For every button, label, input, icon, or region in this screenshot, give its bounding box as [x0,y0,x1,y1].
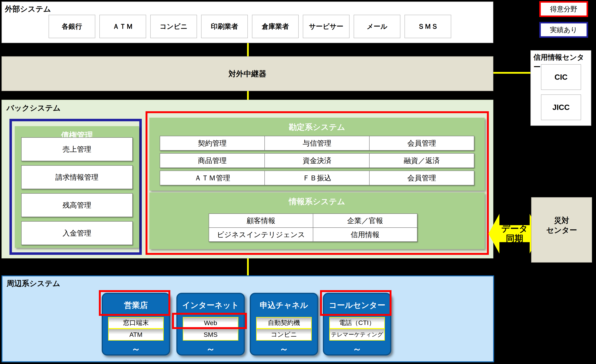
channel-card-row: ATM [108,328,164,341]
channel-card-more: ～ [251,343,317,355]
external-system-box: 倉庫業者 [252,15,299,38]
accounting-cell: 与信管理 [264,136,370,151]
accounting-grid-row: 商品管理 資金決済 融資／返済 [160,153,474,168]
relay-bar: 対外中継器 [1,56,493,91]
channel-card-more: ～ [178,343,244,355]
information-cell: 信用情報 [313,227,417,242]
accounting-cell: 契約管理 [160,136,265,151]
data-sync-label-line1: データ [501,224,528,234]
external-systems-panel: 外部システム 各銀行 ＡＴＭ コンビニ 印刷業者 倉庫業者 サービサー メール … [1,1,493,43]
accounting-panel: 勘定系システム 契約管理 与信管理 会員管理 商品管理 資金決済 融資／返済 Ａ… [149,118,485,191]
external-system-box: サービサー [303,15,350,38]
peripheral-title: 周辺系システム [7,278,60,289]
external-system-box: 印刷業者 [201,15,248,38]
channel-card-row: 電話（CTI） [329,317,385,329]
receivables-panel: 債権管理 売上管理 請求情報管理 残高管理 入金管理 [15,126,139,248]
accounting-cell: 会員管理 [369,136,474,151]
disaster-center-box: 災対 センター [531,197,592,262]
accounting-cell: 資金決済 [264,153,370,168]
channel-card-more: ～ [103,343,169,355]
channel-card-row: コンビニ [256,328,312,341]
accounting-grid-row: ＡＴＭ管理 ＦＢ振込 会員管理 [160,171,474,185]
web-row-highlight-frame [172,313,247,329]
disaster-center-line1: 災対 [554,215,569,225]
connector-relay-to-credit-center [493,72,530,74]
external-system-box: コンビニ [150,15,197,38]
information-cell: 企業／官報 [313,213,417,228]
external-system-box: ＳＭＳ [404,15,451,38]
disaster-center-line2: センター [546,225,577,235]
receivables-box: 入金管理 [21,221,133,245]
channel-card-row: 窓口端末 [108,317,164,329]
callcenter-header-highlight-frame [320,290,391,316]
channel-card-title: 申込チャネル [251,294,317,317]
accounting-grid-row: 契約管理 与信管理 会員管理 [160,136,474,151]
accounting-title: 勘定系システム [149,118,485,132]
receivables-box: 売上管理 [21,137,133,161]
information-grid-row: 顧客情報 企業／官報 [209,213,417,228]
information-grid-row: ビジネスインテリジェンス 信用情報 [209,227,417,242]
information-cell: ビジネスインテリジェンス [209,227,313,242]
channel-card-row: テレマーケティング [329,328,385,341]
legend-strength-box: 得意分野 [539,1,588,17]
information-title: 情報系システム [149,192,485,207]
accounting-cell: 会員管理 [369,171,474,185]
connector-relay-to-back [247,91,249,100]
accounting-cell: 融資／返済 [369,153,474,168]
information-panel: 情報系システム 顧客情報 企業／官報 ビジネスインテリジェンス 信用情報 [149,192,485,249]
channel-card-application: 申込チャネル 自動契約機 コンビニ ～ [250,293,318,356]
accounting-cell: ＡＴＭ管理 [160,171,265,185]
credit-center-box-cic: CIC [541,64,581,90]
back-system-title: バックシステム [7,103,61,113]
external-systems-title: 外部システム [5,4,51,14]
credit-center-panel: 信用情報センター CIC JICC [530,50,591,126]
connector-back-to-peripheral [247,258,249,275]
receivables-box: 残高管理 [21,193,133,217]
channel-card-more: ～ [324,343,390,355]
receivables-box: 請求情報管理 [21,165,133,189]
external-system-box: ＡＴＭ [99,15,146,38]
branch-header-highlight-frame [99,290,170,316]
accounting-cell: ＦＢ振込 [264,171,370,185]
peripheral-panel: 周辺系システム 営業店 窓口端末 ATM ～ インターネット Web SMS ～… [1,275,494,362]
channel-card-row: SMS [183,328,238,341]
credit-center-box-jicc: JICC [541,95,581,120]
legend-experience-box: 実績あり [539,22,588,38]
channel-card-row: 自動契約機 [256,317,312,329]
information-cell: 顧客情報 [209,213,313,228]
external-system-box: 各銀行 [49,15,95,38]
accounting-cell: 商品管理 [160,153,265,168]
data-sync-label-line2: 同期 [506,234,523,243]
connector-external-to-relay [247,43,249,56]
external-system-box: メール [354,15,400,38]
diagram-stage: { "external_systems": { "title": "外部システム… [0,0,596,364]
back-system-panel: バックシステム 債権管理 売上管理 請求情報管理 残高管理 入金管理 勘定系シス… [1,100,493,258]
